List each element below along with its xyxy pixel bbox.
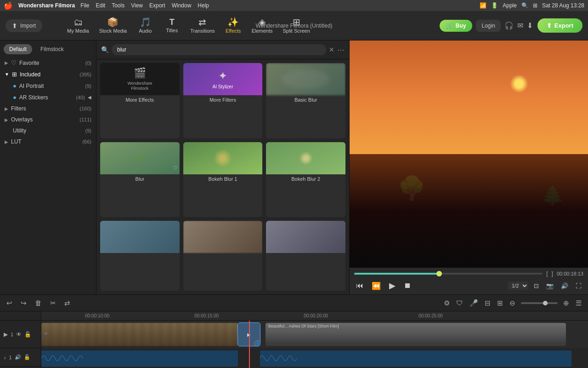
out-marker-icon[interactable]: ]: [552, 270, 553, 277]
split-icon[interactable]: ⊟: [484, 298, 492, 308]
microphone-icon[interactable]: 🎤: [469, 298, 479, 308]
waveform-svg: [41, 351, 238, 367]
preview-video: 🌳 🌲: [350, 40, 588, 268]
sidebar-item-included[interactable]: ▼ ⊞ Included (395): [0, 69, 96, 80]
volume-button[interactable]: 🔊: [559, 282, 570, 290]
effect-card-basic-blur[interactable]: Basic Blur: [266, 63, 345, 138]
heart-favorite-icon[interactable]: ♡: [173, 165, 178, 171]
lock-icon[interactable]: 🔓: [24, 331, 31, 338]
effect-card-bokeh-blur-1[interactable]: Bokeh Blur 1: [183, 142, 263, 218]
cut-button[interactable]: ✂: [49, 298, 57, 308]
tree-decoration: 🌳: [397, 177, 426, 200]
audio-waveform[interactable]: [41, 351, 238, 367]
effect-card-row3-3[interactable]: [266, 221, 345, 291]
transitions-icon: ⇄: [198, 17, 206, 27]
search-input[interactable]: [112, 44, 326, 55]
apple-logo-icon[interactable]: 🍎: [4, 1, 13, 10]
menu-tools[interactable]: Tools: [112, 2, 124, 9]
seekbar-thumb[interactable]: [436, 271, 442, 276]
tab-default[interactable]: Default: [4, 44, 32, 54]
shield-icon[interactable]: 🛡: [455, 298, 464, 308]
search-bar: 🔍 ✕ ⋯: [96, 40, 349, 59]
tree2-decoration: 🌲: [541, 186, 564, 204]
sidebar-item-favorite[interactable]: ▶ ♡ Favorite (0): [0, 57, 96, 69]
app-name: Wondershare Filmora: [18, 2, 75, 9]
sidebar-item-utility[interactable]: Utility (9): [0, 125, 96, 136]
clip-handle[interactable]: 👤: [254, 340, 260, 346]
adjust-button[interactable]: ⇄: [63, 298, 71, 308]
skip-back-button[interactable]: ⏮: [354, 281, 365, 291]
audio-waveform-2[interactable]: [260, 351, 571, 367]
buy-button[interactable]: 🛒 Buy: [440, 20, 473, 32]
sidebar-item-overlays[interactable]: ▶ Overlays (111): [0, 114, 96, 125]
expand-icon: ▼: [5, 72, 9, 77]
effect-card-blur[interactable]: 🌿 ♡ Blur: [100, 142, 180, 218]
clear-search-button[interactable]: ✕: [329, 46, 334, 53]
effect-card-more-effects[interactable]: 🎬 WondershareFilmstock More Effects: [100, 63, 180, 138]
preview-seekbar: [ ] 00:00:18:13: [354, 270, 583, 277]
login-button[interactable]: Login: [476, 20, 500, 32]
settings-icon[interactable]: ⚙: [443, 298, 451, 308]
menu-edit[interactable]: Edit: [96, 2, 105, 9]
fullscreen-button[interactable]: ⛶: [574, 282, 583, 290]
menu-view[interactable]: View: [131, 2, 143, 9]
toolbar: ⬆ Import 🗂 My Media 📦 Stock Media 🎵 Audi…: [0, 11, 588, 40]
sidebar-item-ar-stickers[interactable]: ● AR Stickers (40) ◀: [0, 92, 96, 103]
menu-export[interactable]: Export: [149, 2, 165, 9]
seekbar-track[interactable]: [354, 273, 543, 275]
play-button[interactable]: ▶: [387, 280, 397, 292]
frame-back-button[interactable]: ⏪: [370, 281, 383, 291]
sidebar-item-ai-portrait[interactable]: ● AI Portrait (9): [0, 80, 96, 92]
fit-view-button[interactable]: ⊡: [532, 282, 541, 290]
add-track-icon[interactable]: ⊞: [496, 298, 504, 308]
main-area: Default Filmstock ▶ ♡ Favorite (0) ▼ ⊞ I…: [0, 40, 588, 294]
import-button[interactable]: ⬆ Import: [6, 19, 42, 32]
my-media-icon: 🗂: [74, 17, 83, 27]
timeline-view-icon[interactable]: ☰: [575, 298, 582, 308]
menu-window[interactable]: Window: [172, 2, 192, 9]
redo-button[interactable]: ↪: [20, 298, 28, 308]
effect-label-bokeh-blur-1: Bokeh Blur 1: [183, 174, 263, 184]
video-clip-second[interactable]: Beautiful... Ashes Of Stars [Short Film]: [266, 323, 566, 346]
in-marker-icon[interactable]: [: [546, 270, 548, 277]
stock-media-button[interactable]: 📦 Stock Media: [95, 16, 132, 35]
ruler-mark-15: 00:00:15:00: [194, 313, 219, 318]
snapshot-button[interactable]: 📷: [544, 282, 555, 290]
playhead[interactable]: [249, 321, 250, 348]
eye-icon[interactable]: 👁: [16, 331, 22, 338]
effect-card-more-filters[interactable]: ✦ AI Stylizer More Filters: [183, 63, 263, 138]
sidebar-item-filters[interactable]: ▶ Filters (160): [0, 103, 96, 114]
expand-icon: ▶: [5, 60, 8, 65]
my-media-button[interactable]: 🗂 My Media: [62, 16, 94, 35]
titles-button[interactable]: T Titles: [159, 16, 185, 35]
effects-icon: ✨: [227, 17, 239, 27]
undo-button[interactable]: ↩: [6, 298, 13, 308]
effect-card-row3-2[interactable]: [183, 221, 263, 291]
zoom-select[interactable]: 1/2: [508, 282, 528, 290]
effects-button[interactable]: ✨ Effects: [220, 16, 246, 35]
remove-track-icon[interactable]: ⊖: [509, 298, 516, 308]
headphones-icon: 🎧: [504, 21, 514, 30]
video-track: 🎬 ▶ 👤 Beautiful... Ashes Of Stars [Short…: [41, 321, 588, 348]
effect-label-basic-blur: Basic Blur: [266, 95, 345, 104]
effect-card-row3-1[interactable]: [100, 221, 180, 291]
control-center-icon[interactable]: ⊞: [533, 2, 537, 9]
menu-file[interactable]: File: [80, 2, 89, 9]
more-options-button[interactable]: ⋯: [337, 46, 345, 54]
transitions-button[interactable]: ⇄ Transitions: [186, 16, 219, 35]
tab-filmstock[interactable]: Filmstock: [35, 44, 69, 54]
delete-button[interactable]: 🗑: [34, 298, 43, 308]
stop-button[interactable]: ⏹: [402, 281, 413, 291]
audio-button[interactable]: 🎵 Audio: [132, 16, 158, 35]
audio-lock-icon[interactable]: 🔓: [24, 354, 30, 360]
audio-volume-icon[interactable]: 🔊: [15, 354, 21, 360]
zoom-slider[interactable]: [521, 302, 558, 304]
video-clip-main[interactable]: 🎬: [41, 323, 238, 346]
sidebar-item-lut[interactable]: ▶ LUT (66): [0, 136, 96, 147]
effect-card-bokeh-blur-2[interactable]: Bokeh Blur 2: [266, 142, 345, 218]
menu-help[interactable]: Help: [198, 2, 209, 9]
zoom-thumb[interactable]: [543, 301, 548, 305]
zoom-fit-icon[interactable]: ⊕: [562, 298, 570, 308]
search-icon[interactable]: 🔍: [521, 2, 528, 9]
export-button[interactable]: ⬆ Export: [537, 18, 582, 33]
